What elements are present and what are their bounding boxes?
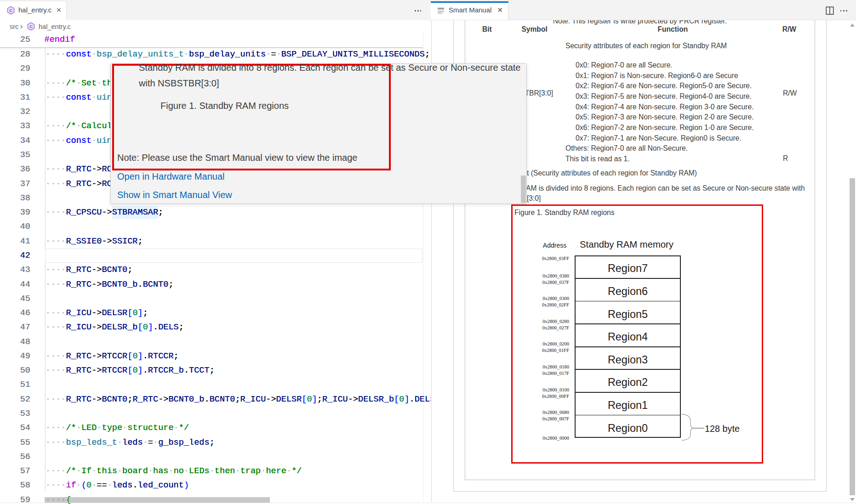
svg-text:C: C <box>29 24 33 29</box>
svg-text:C: C <box>9 8 12 13</box>
